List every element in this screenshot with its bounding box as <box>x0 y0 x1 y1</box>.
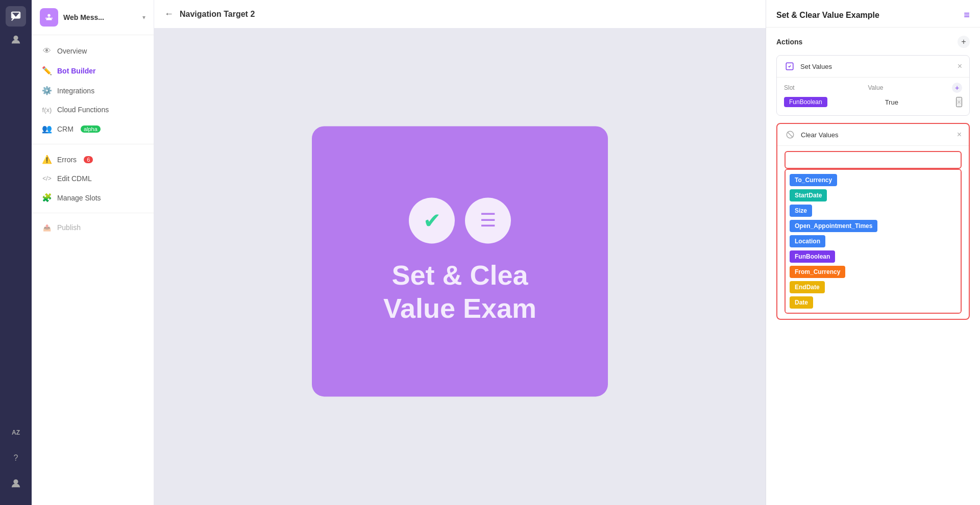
dropdown-item-date[interactable]: Date <box>790 296 813 309</box>
sidebar-item-bot-builder-label: Bot Builder <box>57 67 95 75</box>
integrations-icon: ⚙️ <box>42 86 52 95</box>
canvas-area: ✔ ☰ Set & CleaValue Exam <box>154 29 766 505</box>
sidebar-divider-1 <box>32 144 154 144</box>
canvas-card: ✔ ☰ Set & CleaValue Exam <box>312 126 608 396</box>
clear-values-header: Clear Values × <box>777 124 969 146</box>
clear-values-block: Clear Values × To_Currency StartDate Siz… <box>776 123 970 320</box>
svg-point-4 <box>47 14 51 17</box>
sidebar-item-overview-label: Overview <box>57 47 87 55</box>
sidebar-header[interactable]: Web Mess... ▾ <box>32 8 154 35</box>
add-slot-button[interactable]: + <box>952 83 962 93</box>
svg-point-5 <box>45 17 47 19</box>
sidebar-item-integrations[interactable]: ⚙️ Integrations <box>32 81 154 100</box>
set-values-close-button[interactable]: × <box>958 62 962 71</box>
value-column-header: Value <box>868 84 952 91</box>
canvas-icons-row: ✔ ☰ <box>409 198 511 244</box>
svg-point-2 <box>14 36 17 40</box>
actions-section-header: Actions + <box>776 36 970 48</box>
canvas-check-icon: ✔ <box>423 208 441 233</box>
slot-value-header: Slot Value + <box>784 83 962 93</box>
svg-point-3 <box>14 480 17 484</box>
right-panel: Set & Clear Value Example ≡ Actions + Se… <box>766 0 980 505</box>
errors-icon: ⚠️ <box>42 155 52 164</box>
nav-icon-help[interactable]: ? <box>6 448 26 468</box>
svg-point-6 <box>51 17 53 19</box>
sidebar-item-edit-cdml-label: Edit CDML <box>57 174 92 183</box>
cloud-functions-icon: f(x) <box>42 106 52 114</box>
sidebar-item-bot-builder[interactable]: ✏️ Bot Builder <box>32 61 154 81</box>
sidebar-item-errors-label: Errors <box>57 156 77 164</box>
manage-slots-icon: 🧩 <box>42 193 52 203</box>
actions-section-title: Actions <box>776 38 802 46</box>
panel-title: Set & Clear Value Example <box>776 11 879 20</box>
nav-icon-user[interactable] <box>6 30 26 50</box>
clear-values-search-input[interactable] <box>785 151 962 169</box>
nav-icon-language[interactable]: AZ <box>6 422 26 443</box>
set-values-label: Set Values <box>800 63 952 70</box>
dropdown-item-from-currency[interactable]: From_Currency <box>790 266 845 278</box>
canvas-card-text: Set & CleaValue Exam <box>383 259 536 325</box>
crm-alpha-badge: alpha <box>81 125 101 133</box>
slot-column-header: Slot <box>784 84 868 91</box>
clear-values-dropdown: To_Currency StartDate Size Open_Appointm… <box>785 169 962 314</box>
clear-values-label: Clear Values <box>801 131 952 139</box>
set-values-block: Set Values × Slot Value + FunBoolean Tru… <box>776 55 970 116</box>
dropdown-item-funboolean[interactable]: FunBoolean <box>790 250 835 263</box>
sidebar-item-overview[interactable]: 👁 Overview <box>32 41 154 61</box>
dropdown-item-size[interactable]: Size <box>790 205 812 217</box>
slot-tag-funboolean[interactable]: FunBoolean <box>784 97 827 107</box>
back-button[interactable]: ← <box>164 9 174 19</box>
main-area: ← Navigation Target 2 ✔ ☰ Set & CleaValu… <box>154 0 766 505</box>
canvas-menu-icon: ☰ <box>480 210 496 232</box>
canvas-check-circle: ✔ <box>409 198 455 244</box>
sidebar-item-publish[interactable]: 📤 Publish <box>32 218 154 237</box>
nav-icon-chat[interactable] <box>6 6 26 27</box>
crm-icon: 👥 <box>42 124 52 134</box>
dropdown-item-to-currency[interactable]: To_Currency <box>790 174 837 186</box>
icon-bar: AZ ? <box>0 0 32 505</box>
svg-line-8 <box>788 132 793 138</box>
publish-icon: 📤 <box>42 224 52 232</box>
sidebar-item-publish-label: Publish <box>57 223 81 232</box>
sidebar-logo <box>40 8 58 27</box>
dropdown-list: To_Currency StartDate Size Open_Appointm… <box>786 170 961 313</box>
slot-value-table: Slot Value + FunBoolean True × <box>777 78 969 115</box>
set-values-header: Set Values × <box>777 56 969 78</box>
slot-row: FunBoolean True × <box>784 97 962 107</box>
sidebar-item-integrations-label: Integrations <box>57 87 94 95</box>
dropdown-item-location[interactable]: Location <box>790 235 825 247</box>
sidebar-item-edit-cdml[interactable]: </> Edit CDML <box>32 169 154 188</box>
sidebar-divider-2 <box>32 213 154 213</box>
sidebar-item-cloud-functions[interactable]: f(x) Cloud Functions <box>32 100 154 119</box>
sidebar: Web Mess... ▾ 👁 Overview ✏️ Bot Builder … <box>32 0 154 505</box>
edit-cdml-icon: </> <box>42 175 52 182</box>
clear-values-close-button[interactable]: × <box>957 130 962 139</box>
slot-row-close-button[interactable]: × <box>956 97 962 107</box>
canvas-menu-circle: ☰ <box>465 198 511 244</box>
panel-menu-icon[interactable]: ≡ <box>964 9 970 21</box>
bot-builder-icon: ✏️ <box>42 66 52 75</box>
topbar: ← Navigation Target 2 <box>154 0 766 29</box>
slot-value-true: True <box>831 98 952 106</box>
sidebar-item-errors[interactable]: ⚠️ Errors 6 <box>32 149 154 169</box>
sidebar-item-manage-slots[interactable]: 🧩 Manage Slots <box>32 188 154 208</box>
overview-icon: 👁 <box>42 46 52 56</box>
panel-header: Set & Clear Value Example ≡ <box>766 0 980 28</box>
sidebar-item-manage-slots-label: Manage Slots <box>57 194 101 202</box>
sidebar-item-cloud-functions-label: Cloud Functions <box>57 106 109 114</box>
sidebar-chevron-icon: ▾ <box>142 14 145 21</box>
set-values-icon <box>784 61 795 72</box>
sidebar-bot-name: Web Mess... <box>63 13 104 21</box>
add-action-button[interactable]: + <box>958 36 970 48</box>
dropdown-item-open-appointment-times[interactable]: Open_Appointment_Times <box>790 220 877 232</box>
actions-section: Actions + Set Values × Slot Value + FunB… <box>766 28 980 335</box>
nav-icon-account[interactable] <box>6 473 26 494</box>
errors-badge: 6 <box>84 156 93 163</box>
sidebar-item-crm-label: CRM <box>57 125 74 133</box>
clear-values-icon <box>785 129 796 140</box>
dropdown-item-startdate[interactable]: StartDate <box>790 189 827 201</box>
dropdown-item-enddate[interactable]: EndDate <box>790 281 825 293</box>
page-title: Navigation Target 2 <box>180 10 255 19</box>
sidebar-item-crm[interactable]: 👥 CRM alpha <box>32 119 154 139</box>
